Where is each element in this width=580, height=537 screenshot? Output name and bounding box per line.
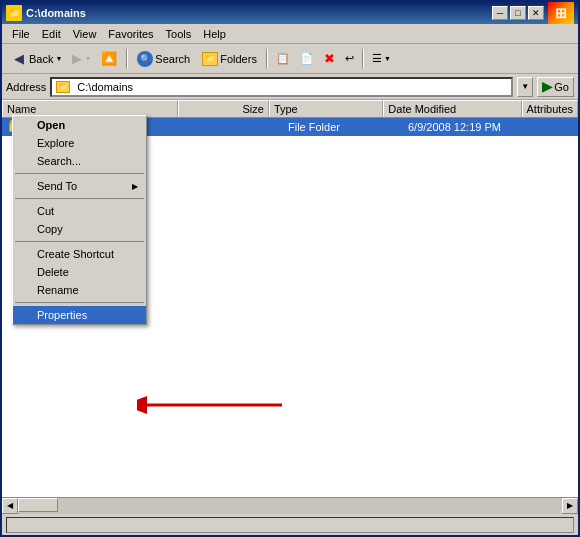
undo-button[interactable]: ↩	[341, 47, 358, 71]
address-dropdown[interactable]: ▼	[517, 77, 533, 97]
up-icon: 🔼	[101, 51, 117, 66]
copy-icon: 📄	[300, 52, 314, 65]
ctx-sep-1	[15, 173, 144, 174]
titlebar-buttons: ─ □ ✕	[492, 6, 544, 20]
main-content: Name Size Type Date Modified Attributes	[2, 100, 578, 497]
scroll-left-button[interactable]: ◀	[2, 498, 18, 514]
titlebar: 📁 C:\domains ─ □ ✕ ⊞	[2, 2, 578, 24]
undo-icon: ↩	[345, 52, 354, 65]
address-value: C:\domains	[77, 81, 133, 93]
ctx-send-to[interactable]: Send To ▶	[13, 177, 146, 195]
go-button[interactable]: ▶ Go	[537, 77, 574, 97]
main-window: 📁 C:\domains ─ □ ✕ ⊞ File Edit View Favo…	[0, 0, 580, 537]
forward-dropdown-icon: ▼	[84, 55, 91, 62]
minimize-button[interactable]: ─	[492, 6, 508, 20]
delete-icon: ✖	[324, 51, 335, 66]
scroll-track[interactable]	[18, 498, 562, 514]
move-to-button[interactable]: 📋	[272, 47, 294, 71]
views-button[interactable]: ☰ ▼	[368, 47, 395, 71]
delete-button[interactable]: ✖	[320, 47, 339, 71]
ctx-send-to-label: Send To	[37, 180, 77, 192]
back-label: Back	[29, 53, 53, 65]
ctx-search[interactable]: Search...	[13, 152, 146, 170]
ctx-sep-2	[15, 198, 144, 199]
separator-3	[362, 49, 364, 69]
ctx-create-shortcut[interactable]: Create Shortcut	[13, 245, 146, 263]
window-title: C:\domains	[26, 7, 492, 19]
views-dropdown: ▼	[384, 55, 391, 62]
address-folder-icon: 📁	[56, 81, 70, 93]
ctx-explore[interactable]: Explore	[13, 134, 146, 152]
ctx-sep-4	[15, 302, 144, 303]
ctx-rename[interactable]: Rename	[13, 281, 146, 299]
go-label: Go	[554, 81, 569, 93]
move-icon: 📋	[276, 52, 290, 65]
back-button[interactable]: ◀ Back ▼	[6, 47, 67, 71]
ctx-properties[interactable]: Properties	[13, 306, 146, 324]
horizontal-scrollbar: ◀ ▶	[2, 497, 578, 513]
ctx-open[interactable]: Open	[13, 116, 146, 134]
ctx-copy[interactable]: Copy	[13, 220, 146, 238]
menu-tools[interactable]: Tools	[160, 26, 198, 42]
back-dropdown-icon: ▼	[55, 55, 62, 62]
forward-icon: ▶	[72, 51, 82, 66]
search-label: Search	[155, 53, 190, 65]
address-input[interactable]: 📁 C:\domains	[50, 77, 513, 97]
addressbar: Address 📁 C:\domains ▼ ▶ Go	[2, 74, 578, 100]
col-header-date[interactable]: Date Modified	[383, 100, 521, 117]
ctx-sep-3	[15, 241, 144, 242]
separator-2	[266, 49, 268, 69]
file-type-cell: File Folder	[284, 121, 404, 133]
col-header-attributes[interactable]: Attributes	[522, 100, 578, 117]
scroll-right-button[interactable]: ▶	[562, 498, 578, 514]
window-icon: 📁	[6, 5, 22, 21]
maximize-button[interactable]: □	[510, 6, 526, 20]
close-button[interactable]: ✕	[528, 6, 544, 20]
folders-label: Folders	[220, 53, 257, 65]
menu-view[interactable]: View	[67, 26, 103, 42]
col-header-type[interactable]: Type	[269, 100, 383, 117]
scroll-thumb[interactable]	[18, 498, 58, 512]
windows-logo: ⊞	[548, 2, 574, 24]
context-menu: Open Explore Search... Send To ▶ Cut Cop…	[12, 115, 147, 325]
separator-1	[126, 49, 128, 69]
ctx-submenu-arrow: ▶	[132, 182, 138, 191]
menu-edit[interactable]: Edit	[36, 26, 67, 42]
views-icon: ☰	[372, 52, 382, 65]
file-date-cell: 6/9/2008 12:19 PM	[404, 121, 549, 133]
up-button[interactable]: 🔼	[96, 47, 122, 71]
forward-button[interactable]: ▶ ▼	[69, 47, 94, 71]
statusbar	[2, 513, 578, 535]
menu-favorites[interactable]: Favorites	[102, 26, 159, 42]
search-icon: 🔍	[137, 51, 153, 67]
address-label: Address	[6, 81, 46, 93]
status-text	[6, 517, 574, 533]
menu-help[interactable]: Help	[197, 26, 232, 42]
folders-button[interactable]: 📁 Folders	[197, 47, 262, 71]
search-button[interactable]: 🔍 Search	[132, 47, 195, 71]
toolbar: ◀ Back ▼ ▶ ▼ 🔼 🔍 Search 📁 Folders 📋 📄	[2, 44, 578, 74]
ctx-delete[interactable]: Delete	[13, 263, 146, 281]
menu-file[interactable]: File	[6, 26, 36, 42]
back-icon: ◀	[11, 51, 27, 67]
copy-to-button[interactable]: 📄	[296, 47, 318, 71]
folders-icon: 📁	[202, 52, 218, 66]
menubar: File Edit View Favorites Tools Help	[2, 24, 578, 44]
col-header-size[interactable]: Size	[178, 100, 269, 117]
ctx-cut[interactable]: Cut	[13, 202, 146, 220]
